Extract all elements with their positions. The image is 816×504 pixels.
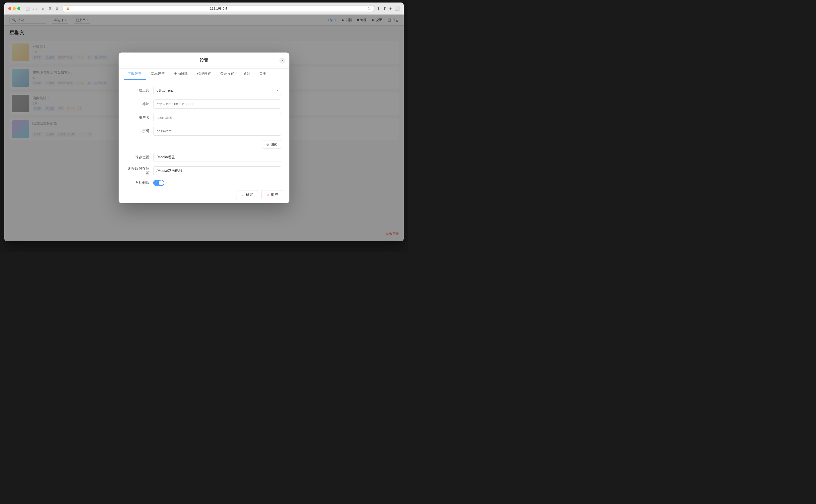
toggle-container [153, 180, 164, 186]
test-button[interactable]: ⊙ 测试 [262, 140, 281, 149]
tab-about[interactable]: 关于 [255, 69, 270, 80]
auto-delete-toggle[interactable] [153, 180, 164, 186]
app-content: 🔍 搜索 请选择 ▾ 已启用 ▾ + 添加 ↻ 刷新 ≡ [4, 15, 404, 241]
save-path-label: 保存位置 [127, 155, 149, 160]
nav-buttons: ‹ › [33, 6, 37, 11]
confirm-button[interactable]: ✓ 确定 [236, 190, 258, 199]
confirm-label: 确定 [246, 192, 253, 197]
test-icon: ⊙ [266, 143, 269, 146]
tab-download-settings[interactable]: 下载设置 [124, 69, 146, 80]
address-bar[interactable]: 🔒 192.168.5.4 ↻ [63, 5, 374, 12]
close-icon: × [281, 59, 283, 62]
tab-proxy-settings[interactable]: 代理设置 [193, 69, 215, 80]
save-path-row: 保存位置 [127, 153, 281, 162]
tool-label: 下载工具 [127, 88, 149, 93]
dialog-footer: ✓ 确定 ✕ 取消 [119, 186, 289, 203]
dialog-body: 下载工具 qBittorrent ▾ 地址 [119, 80, 289, 186]
browser-window: ⬜ ‹ › ⊕ S ⊞ 🔒 192.168.5.4 ↻ ⬇ ⬆ + ⬜ 🔍 搜索 [4, 3, 404, 241]
tab-basic-settings[interactable]: 基本设置 [147, 69, 169, 80]
close-button[interactable] [8, 7, 11, 10]
address-label: 地址 [127, 102, 149, 106]
tool-select[interactable]: qBittorrent [153, 86, 281, 95]
test-btn-row: ⊙ 测试 [127, 140, 281, 149]
newtab-icon[interactable]: + [389, 6, 392, 11]
cancel-x-icon: ✕ [267, 193, 270, 197]
movie-path-input[interactable] [153, 166, 281, 175]
forward-icon[interactable]: › [36, 6, 37, 11]
back-icon[interactable]: ‹ [33, 6, 34, 11]
password-row: 密码 [127, 127, 281, 136]
traffic-lights [8, 7, 20, 10]
browser-extension-icons: ⊕ S ⊞ [40, 6, 60, 11]
auto-delete-label: 自动删除 [127, 181, 149, 185]
username-label: 用户名 [127, 115, 149, 120]
share-icon[interactable]: ⬆ [383, 6, 386, 11]
auto-delete-row: 自动删除 [127, 180, 281, 186]
ext-icon-2[interactable]: S [47, 6, 53, 11]
password-input[interactable] [153, 127, 281, 136]
minimize-button[interactable] [13, 7, 16, 10]
username-control [153, 113, 281, 122]
tabs-icon[interactable]: ⬜ [395, 6, 400, 11]
ext-icon-3[interactable]: ⊞ [55, 6, 60, 11]
confirm-check-icon: ✓ [241, 193, 244, 197]
tool-row: 下载工具 qBittorrent ▾ [127, 86, 281, 95]
dialog-tabs: 下载设置 基本设置 全局排除 代理设置 登录设置 通知 [119, 69, 289, 80]
maximize-button[interactable] [17, 7, 20, 10]
dialog-title: 设置 [200, 58, 208, 63]
ext-icon-1[interactable]: ⊕ [40, 6, 45, 11]
address-input[interactable] [153, 99, 281, 109]
dialog-header: 设置 × [119, 53, 289, 69]
address-row: 地址 [127, 99, 281, 109]
sidebar-toggle-icon[interactable]: ⬜ [25, 7, 30, 11]
modal-overlay: 设置 × 下载设置 基本设置 全局排除 [4, 15, 404, 241]
tab-notifications[interactable]: 通知 [239, 69, 254, 80]
tool-value: qBittorrent [157, 88, 173, 92]
movie-path-control [153, 166, 281, 175]
save-path-input[interactable] [153, 153, 281, 162]
address-control [153, 99, 281, 109]
tab-login-settings[interactable]: 登录设置 [216, 69, 238, 80]
tab-global-exclude[interactable]: 全局排除 [170, 69, 192, 80]
password-control [153, 127, 281, 136]
username-input[interactable] [153, 113, 281, 122]
lock-icon: 🔒 [66, 7, 70, 10]
settings-dialog: 设置 × 下载设置 基本设置 全局排除 [119, 53, 289, 203]
movie-path-label: 剧场版保存位置 [127, 166, 149, 175]
password-label: 密码 [127, 129, 149, 133]
cancel-label: 取消 [271, 192, 278, 197]
browser-right-icons: ⬇ ⬆ + ⬜ [377, 6, 400, 11]
close-dialog-button[interactable]: × [279, 58, 285, 64]
download-icon[interactable]: ⬇ [377, 6, 380, 11]
test-label: 测试 [271, 142, 277, 147]
address-text: 192.168.5.4 [72, 7, 366, 10]
movie-path-row: 剧场版保存位置 [127, 166, 281, 175]
username-row: 用户名 [127, 113, 281, 122]
tool-select-wrapper: qBittorrent ▾ [153, 86, 281, 95]
save-path-control [153, 153, 281, 162]
cancel-button[interactable]: ✕ 取消 [261, 190, 283, 199]
reload-icon[interactable]: ↻ [368, 7, 371, 11]
browser-toolbar: ⬜ ‹ › ⊕ S ⊞ 🔒 192.168.5.4 ↻ ⬇ ⬆ + ⬜ [4, 3, 404, 15]
